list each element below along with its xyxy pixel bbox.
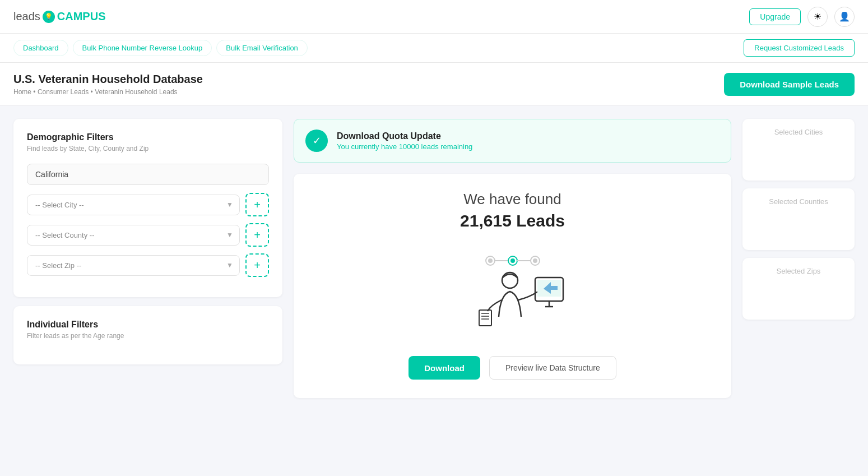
demographic-filters-card: Demographic Filters Find leads by State,… [13, 119, 282, 297]
individual-filters-subtitle: Filter leads as per the Age range [27, 332, 269, 340]
quota-title: Download Quota Update [337, 131, 472, 141]
state-label: California [27, 164, 269, 185]
individual-filters-title: Individual Filters [27, 320, 269, 330]
results-count: 21,615 Leads [460, 211, 565, 230]
selected-zips-section: Selected Zips [742, 258, 855, 320]
quota-banner: ✓ Download Quota Update You currently ha… [294, 119, 731, 163]
header: leads 💡 CAMPUS Upgrade ☀ 👤 [0, 0, 868, 34]
county-select-wrapper: -- Select County -- ▼ [27, 225, 240, 246]
logo-icon: 💡 [43, 11, 55, 23]
demographic-filters-subtitle: Find leads by State, City, County and Zi… [27, 145, 269, 152]
upgrade-button[interactable]: Upgrade [749, 8, 801, 25]
page-header-left: U.S. Veteranin Household Database Home •… [13, 73, 203, 96]
request-customized-leads-button[interactable]: Request Customized Leads [744, 39, 855, 57]
tab-dashboard[interactable]: Dashboard [13, 40, 68, 56]
demographic-filters-title: Demographic Filters [27, 132, 269, 142]
main-layout: Demographic Filters Find leads by State,… [0, 105, 868, 476]
user-menu-button[interactable]: 👤 [834, 7, 855, 27]
svg-rect-9 [479, 310, 491, 326]
left-panel: Demographic Filters Find leads by State,… [13, 119, 282, 467]
nav: Dashboard Bulk Phone Number Reverse Look… [0, 34, 868, 63]
city-select[interactable]: -- Select City -- [27, 195, 240, 215]
nav-tabs: Dashboard Bulk Phone Number Reverse Look… [13, 40, 308, 56]
tab-bulk-email[interactable]: Bulk Email Verification [216, 40, 308, 56]
download-sample-button[interactable]: Download Sample Leads [724, 73, 855, 96]
results-actions: Download Preview live Data Structure [409, 356, 616, 380]
individual-filters-card: Individual Filters Filter leads as per t… [13, 306, 282, 364]
results-illustration [457, 244, 569, 334]
add-city-button[interactable]: + [245, 193, 269, 216]
logo-campus: CAMPUS [57, 10, 106, 23]
zip-select-row: -- Select Zip -- ▼ + [27, 253, 269, 277]
page-title: U.S. Veteranin Household Database [13, 73, 203, 86]
selected-counties-label: Selected Counties [751, 197, 846, 206]
selected-cities-label: Selected Cities [751, 128, 846, 136]
svg-point-7 [533, 258, 537, 263]
logo-leads: leads [13, 10, 40, 23]
selected-zips-label: Selected Zips [751, 267, 846, 275]
zip-select-wrapper: -- Select Zip -- ▼ [27, 255, 240, 276]
svg-point-1 [488, 258, 493, 263]
results-found-label: We have found [463, 191, 561, 208]
center-panel: ✓ Download Quota Update You currently ha… [294, 119, 731, 467]
download-button[interactable]: Download [409, 356, 480, 380]
quota-icon: ✓ [305, 130, 328, 152]
city-select-wrapper: -- Select City -- ▼ [27, 195, 240, 215]
tab-bulk-phone[interactable]: Bulk Phone Number Reverse Lookup [73, 40, 212, 56]
page-header: U.S. Veteranin Household Database Home •… [0, 63, 868, 105]
right-panel: Selected Cities Selected Counties Select… [742, 119, 855, 467]
county-select[interactable]: -- Select County -- [27, 225, 240, 246]
logo: leads 💡 CAMPUS [13, 10, 105, 23]
quota-text: Download Quota Update You currently have… [337, 131, 472, 151]
selected-cities-section: Selected Cities [742, 119, 855, 181]
svg-point-4 [510, 258, 515, 263]
add-county-button[interactable]: + [245, 223, 269, 247]
county-select-row: -- Select County -- ▼ + [27, 223, 269, 247]
quota-subtitle: You currently have 10000 leads remaining [337, 142, 472, 151]
theme-toggle-button[interactable]: ☀ [807, 7, 828, 27]
breadcrumb: Home • Consumer Leads • Veteranin Househ… [13, 88, 203, 96]
header-right: Upgrade ☀ 👤 [749, 7, 855, 27]
zip-select[interactable]: -- Select Zip -- [27, 255, 240, 276]
add-zip-button[interactable]: + [245, 253, 269, 277]
selected-counties-section: Selected Counties [742, 188, 855, 250]
city-select-row: -- Select City -- ▼ + [27, 193, 269, 216]
results-card: We have found 21,615 Leads [294, 174, 731, 398]
preview-button[interactable]: Preview live Data Structure [489, 356, 616, 380]
